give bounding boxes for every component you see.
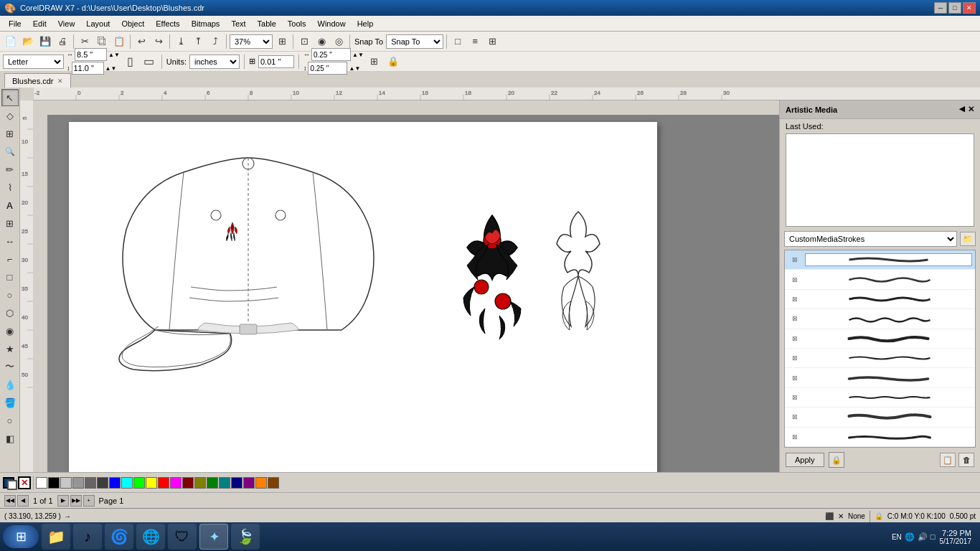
stroke-item[interactable]: ⊠: [785, 428, 975, 447]
zoom-tool-button[interactable]: 🔍: [1, 143, 19, 160]
text-tool-button[interactable]: A: [1, 197, 19, 214]
units-combo[interactable]: inchesmmcm: [189, 55, 240, 69]
stroke-item[interactable]: ⊠: [785, 290, 975, 309]
color-magenta[interactable]: [170, 477, 182, 489]
stroke-item[interactable]: ⊠: [785, 368, 975, 387]
freehand-tool-button[interactable]: ✏: [1, 161, 19, 178]
color-white[interactable]: [36, 477, 47, 489]
outline-button[interactable]: ○: [1, 412, 19, 429]
redo-button[interactable]: ↪: [151, 34, 166, 50]
color-darkred[interactable]: [182, 477, 194, 489]
spiral-tool-button[interactable]: ◉: [1, 322, 19, 339]
paste-button[interactable]: 📋: [111, 34, 127, 50]
view-mode1[interactable]: ⊡: [296, 34, 312, 50]
view-btn1[interactable]: □: [450, 34, 466, 50]
color-green[interactable]: [133, 477, 145, 489]
menu-window[interactable]: Window: [312, 18, 352, 29]
color-verydark[interactable]: [97, 477, 108, 489]
menu-object[interactable]: Object: [116, 18, 150, 29]
menu-file[interactable]: File: [3, 18, 27, 29]
artistic-media-button[interactable]: 〜: [1, 358, 19, 375]
lock-proportions-button[interactable]: 🔒: [385, 54, 401, 70]
menu-effects[interactable]: Effects: [150, 18, 185, 29]
color-purple[interactable]: [243, 477, 255, 489]
export-button2[interactable]: ⤴: [207, 34, 223, 50]
view-btn2[interactable]: ≡: [467, 34, 483, 50]
paper-size-combo[interactable]: LetterA4Legal: [3, 55, 64, 69]
panel-close-button[interactable]: ✕: [968, 105, 974, 114]
prev-page-button[interactable]: ◀: [17, 495, 29, 507]
color-navy[interactable]: [231, 477, 242, 489]
width-input[interactable]: [75, 48, 107, 61]
minimize-button[interactable]: ─: [934, 2, 947, 14]
drawing-canvas[interactable]: ▲ ▼ ◀ ▶: [47, 115, 793, 472]
cut-button[interactable]: ✂: [77, 34, 93, 50]
document-tab[interactable]: Blushes.cdr ✕: [4, 73, 71, 88]
y-coord-input[interactable]: [308, 62, 347, 75]
rectangle-tool-button[interactable]: □: [1, 268, 19, 286]
stroke-item[interactable]: ⊠: [785, 349, 975, 368]
export-button1[interactable]: ⤒: [190, 34, 206, 50]
snap-combo[interactable]: Snap To: [386, 34, 443, 49]
import-button[interactable]: ⤓: [173, 34, 189, 50]
new-button[interactable]: 📄: [3, 34, 19, 50]
color-orange[interactable]: [255, 477, 267, 489]
color-black[interactable]: [48, 477, 60, 489]
color-olive[interactable]: [194, 477, 206, 489]
add-page-button[interactable]: +: [83, 495, 95, 507]
x-coord-input[interactable]: [311, 48, 351, 61]
height-input[interactable]: [72, 62, 104, 75]
color-red[interactable]: [158, 477, 169, 489]
stroke-item[interactable]: ⊠: [785, 270, 975, 289]
stroke-list[interactable]: ⊠ ⊠ ⊠: [784, 250, 976, 448]
open-button[interactable]: 📂: [20, 34, 36, 50]
stroke-item[interactable]: ⊠: [785, 329, 975, 349]
smart-draw-button[interactable]: ⌇: [1, 179, 19, 196]
select-tool-button[interactable]: ↖: [1, 89, 19, 106]
current-outline-color[interactable]: [7, 480, 17, 490]
eyedropper-button[interactable]: 💧: [1, 376, 19, 393]
portrait-button[interactable]: ▯: [123, 54, 138, 70]
save-button[interactable]: 💾: [37, 34, 53, 50]
stroke-item[interactable]: ⊠: [785, 388, 975, 408]
stroke-category-combo[interactable]: CustomMediaStrokes: [784, 231, 957, 247]
shadow-button[interactable]: ◧: [1, 430, 19, 447]
speaker-tray-icon[interactable]: 🔊: [918, 532, 928, 542]
taskbar-corel[interactable]: ✦: [199, 524, 228, 550]
taskbar-itunes[interactable]: ♪: [73, 524, 102, 550]
color-teal[interactable]: [219, 477, 230, 489]
apply-button[interactable]: Apply: [786, 453, 824, 467]
zoom-combo[interactable]: 37%50%75%100%: [230, 34, 273, 49]
stroke-item[interactable]: ⊠: [785, 309, 975, 329]
color-cyan[interactable]: [121, 477, 133, 489]
taskbar-network[interactable]: 🌐: [136, 524, 165, 550]
delete-stroke-button[interactable]: 🗑: [958, 453, 974, 467]
dimension-tool-button[interactable]: ↔: [1, 232, 19, 250]
browse-folder-button[interactable]: 📁: [960, 232, 976, 246]
no-fill-button[interactable]: ✕: [18, 476, 31, 489]
copy-stroke-button[interactable]: 📋: [940, 453, 956, 467]
view-btn3[interactable]: ⊞: [484, 34, 500, 50]
landscape-button[interactable]: ▭: [141, 54, 157, 70]
color-brown[interactable]: [268, 477, 279, 489]
minimize-all-button[interactable]: □: [930, 532, 936, 541]
taskbar-greenapp[interactable]: 🍃: [231, 524, 260, 550]
fill-button[interactable]: 🪣: [1, 394, 19, 411]
color-gray[interactable]: [72, 477, 84, 489]
menu-help[interactable]: Help: [352, 18, 380, 29]
last-page-button[interactable]: ▶▶: [70, 495, 82, 507]
menu-layout[interactable]: Layout: [80, 18, 116, 29]
basic-shapes-button[interactable]: ★: [1, 340, 19, 357]
menu-edit[interactable]: Edit: [27, 18, 52, 29]
table-tool-button[interactable]: ⊞: [1, 215, 19, 232]
taskbar-antivirus[interactable]: 🛡: [168, 524, 197, 550]
panel-collapse-button[interactable]: ◀: [959, 105, 965, 114]
zoom-fit-button[interactable]: ⊞: [274, 34, 290, 50]
polygon-tool-button[interactable]: ⬡: [1, 304, 19, 321]
shape-tool-button[interactable]: ◇: [1, 107, 19, 124]
print-button[interactable]: 🖨: [55, 34, 70, 50]
menu-tools[interactable]: Tools: [282, 18, 312, 29]
crop-tool-button[interactable]: ⊞: [1, 125, 19, 142]
undo-button[interactable]: ↩: [133, 34, 149, 50]
taskbar-explorer[interactable]: 📁: [42, 524, 70, 550]
